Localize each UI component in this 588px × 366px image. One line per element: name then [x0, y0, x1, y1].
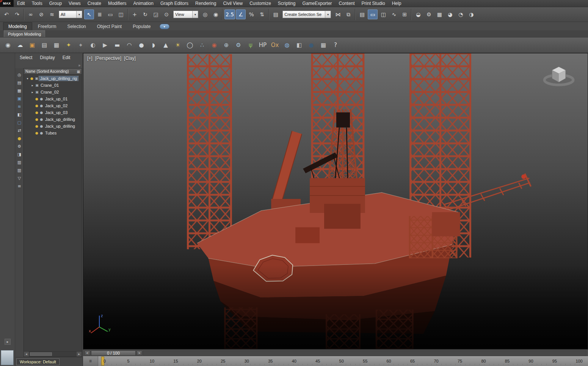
menubar-item[interactable]: Content — [336, 0, 358, 7]
cube-icon[interactable]: ◨ — [16, 151, 23, 158]
align-icon[interactable]: ⧉ — [343, 9, 353, 19]
rendered-frame-window-icon[interactable]: ▦ — [434, 9, 444, 19]
expander-icon[interactable]: ▾ — [25, 77, 30, 80]
schematic-view-icon[interactable]: ⊞ — [400, 9, 409, 19]
container-icon[interactable]: ▣ — [16, 95, 23, 102]
bulb-icon[interactable]: ● — [34, 124, 39, 128]
percent-snap-icon[interactable]: % — [246, 9, 256, 19]
foliage-icon[interactable]: ψ — [245, 39, 256, 51]
select-by-name-icon[interactable]: ≣ — [95, 9, 105, 19]
shell-primitive-icon[interactable]: ◗ — [148, 39, 159, 51]
tab-freeform[interactable]: Freeform — [33, 22, 62, 30]
open-activeshade-icon[interactable]: ◑ — [466, 9, 476, 19]
viewport[interactable]: [+] [Perspective] [Clay] z x y — [83, 53, 588, 349]
columns-icon[interactable] — [77, 69, 80, 74]
menubar-item[interactable]: Group — [46, 0, 65, 7]
track-bar[interactable]: 0510152025303540455055606570758085909510… — [83, 356, 588, 366]
key-light-icon[interactable]: ✦ — [63, 39, 74, 51]
viewport-menu-general[interactable]: [+] — [87, 56, 93, 61]
app-logo[interactable]: MAX — [0, 0, 14, 7]
menubar-item[interactable]: Edit — [14, 0, 28, 7]
select-cursor-icon[interactable]: ◉ — [2, 39, 14, 51]
scroll-right-icon[interactable]: ▸ — [76, 352, 82, 357]
tab-populate[interactable]: Populate — [127, 22, 156, 30]
dark-sphere-icon[interactable]: ● — [306, 39, 317, 51]
time-slider-handle[interactable]: 0 / 100 — [91, 350, 136, 356]
menubar-item[interactable]: Customize — [246, 0, 274, 7]
select-and-link-icon[interactable]: ∞ — [26, 9, 36, 19]
edit-named-selection-sets-icon[interactable]: ▤ — [271, 9, 281, 19]
time-slider[interactable]: < 0 / 100 > — [83, 349, 588, 356]
select-and-scale-icon[interactable]: ◲ — [151, 9, 161, 19]
selection-region-icon[interactable]: ▭ — [105, 9, 115, 19]
atom-icon[interactable]: ⊕ — [221, 39, 232, 51]
sheet-alt-icon[interactable]: ▥ — [16, 167, 23, 174]
explorer-sort-header[interactable]: Name (Sorted Ascending) — [24, 69, 82, 75]
water-icon[interactable]: ≋ — [16, 103, 23, 110]
clip-icon[interactable]: ▶ — [99, 39, 111, 51]
explorer-menu-select[interactable]: Select — [16, 54, 36, 61]
plane-primitive-icon[interactable]: ▬ — [111, 39, 123, 51]
viewport-scene[interactable] — [83, 53, 588, 349]
scroll-left-icon[interactable]: ◂ — [24, 352, 29, 357]
building-icon[interactable]: ▦ — [318, 39, 329, 51]
tree-item-crane-01[interactable]: ▸ ▣ Crane_01 — [24, 82, 82, 89]
named-selection-sets-dropdown[interactable]: Create Selection Se — [282, 11, 331, 18]
spreadsheet-icon[interactable]: ▦ — [51, 39, 62, 51]
water-sphere-icon[interactable]: ◍ — [281, 39, 293, 51]
tree-item-jack-up-03[interactable]: ● ● Jack_up_03 — [24, 109, 82, 116]
tree-item-jack-up-drilling-b[interactable]: ● ● Jack_up_drilling — [24, 123, 82, 130]
frame-icon[interactable]: ▢ — [16, 119, 23, 126]
bulb-icon[interactable]: ● — [34, 111, 39, 114]
expander-icon[interactable]: ▸ — [30, 84, 34, 87]
viewport-layout-button[interactable] — [1, 350, 14, 365]
explorer-menu-edit[interactable]: Edit — [59, 54, 74, 61]
tab-polygon-modeling[interactable]: Polygon Modeling — [4, 30, 45, 37]
tab-modeling[interactable]: Modeling — [3, 22, 32, 30]
viewport-menu-pov[interactable]: [Perspective] — [95, 56, 121, 61]
menubar-item[interactable]: Rendering — [192, 0, 220, 7]
dome-primitive-icon[interactable]: ◠ — [124, 39, 135, 51]
explorer-hscrollbar[interactable]: ◂ ▸ — [24, 351, 82, 357]
ox-icon[interactable]: Ox — [269, 39, 281, 51]
tree-item-jack-up-drilling-rig[interactable]: ▾ ● ▣ Jack_up_drilling_rig — [24, 75, 82, 82]
material-editor-icon[interactable]: ◒ — [413, 9, 423, 19]
bulb-icon[interactable]: ● — [34, 97, 39, 101]
viewport-menu-shading[interactable]: [Clay] — [124, 56, 136, 61]
menubar-item[interactable]: Modifiers — [105, 0, 130, 7]
toggle-ribbon-icon[interactable]: ▭ — [368, 9, 378, 19]
select-and-place-icon[interactable]: ⊙ — [162, 9, 171, 19]
tab-selection[interactable]: Selection — [62, 22, 91, 30]
menubar-item[interactable]: GameExporter — [299, 0, 336, 7]
curve-editor-icon[interactable]: ∿ — [389, 9, 399, 19]
select-and-move-icon[interactable]: + — [130, 9, 140, 19]
render-iterative-icon[interactable]: ◔ — [456, 9, 466, 19]
next-frame-button[interactable]: > — [136, 350, 142, 356]
sheet-icon[interactable]: ▥ — [16, 159, 23, 166]
menubar-item[interactable]: Graph Editors — [157, 0, 192, 7]
time-slider-track[interactable] — [143, 350, 586, 356]
snaps-toggle-icon[interactable]: 2.5 — [224, 9, 235, 19]
notes-icon[interactable]: ▤ — [39, 39, 50, 51]
list-icon[interactable]: ≡ — [16, 183, 23, 189]
hp-icon[interactable]: HP — [257, 39, 268, 51]
select-and-manipulate-icon[interactable]: ◉ — [211, 9, 221, 19]
tree-item-jack-up-01[interactable]: ● ● Jack_up_01 — [24, 95, 82, 102]
expand-panel-icon[interactable] — [5, 339, 11, 345]
canvas-icon[interactable]: ▣ — [27, 39, 38, 51]
menubar-item[interactable]: Scripting — [274, 0, 299, 7]
bulb-icon[interactable]: ● — [34, 117, 39, 121]
mini-curve-editor-icon[interactable] — [83, 356, 98, 366]
metaball-icon[interactable]: ◉ — [209, 39, 220, 51]
menubar-item[interactable]: Views — [65, 0, 84, 7]
tree-item-jack-up-02[interactable]: ● ● Jack_up_02 — [24, 102, 82, 109]
funnel-icon[interactable]: ▽ — [16, 175, 23, 181]
select-object-icon[interactable]: ↖ — [84, 9, 94, 19]
use-pivot-center-icon[interactable]: ◎ — [200, 9, 210, 19]
toggle-layer-explorer-icon[interactable]: ▤ — [357, 9, 367, 19]
menu-overflow-icon[interactable]: » — [78, 63, 80, 67]
unlink-selection-icon[interactable]: ⊘ — [36, 9, 46, 19]
menubar-item[interactable]: Help — [389, 0, 405, 7]
gear-icon[interactable]: ⚙ — [233, 39, 244, 51]
help-icon[interactable]: ? — [330, 39, 341, 51]
